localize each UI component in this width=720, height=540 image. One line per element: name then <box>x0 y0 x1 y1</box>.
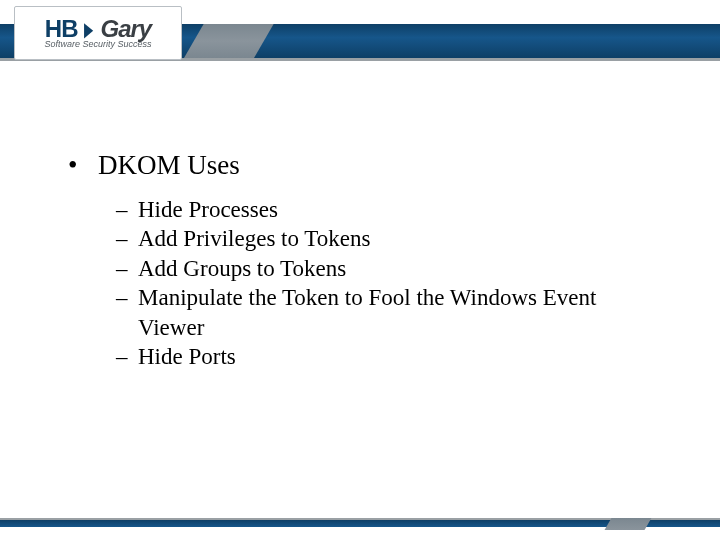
sub-bullet-list: – Hide Processes – Add Privileges to Tok… <box>116 195 660 372</box>
slide-footer <box>0 514 720 532</box>
chevron-right-icon: ▶ <box>84 19 93 39</box>
logo-gary: Gary <box>100 17 151 41</box>
dash-icon: – <box>116 283 138 342</box>
logo-hb: HB <box>45 17 78 41</box>
bullet-level-2: – Add Groups to Tokens <box>116 254 660 283</box>
footer-cap <box>605 518 652 530</box>
bullet-level-2: – Hide Processes <box>116 195 660 224</box>
sub-item-text: Add Privileges to Tokens <box>138 224 660 253</box>
bullet-level-2: – Manipulate the Token to Fool the Windo… <box>116 283 660 342</box>
sub-item-text: Hide Ports <box>138 342 660 371</box>
bullet-level-1: • DKOM Uses <box>68 150 660 181</box>
slide-body: • DKOM Uses – Hide Processes – Add Privi… <box>68 150 660 372</box>
bullet-dot-icon: • <box>68 150 98 181</box>
bullet-level-2: – Hide Ports <box>116 342 660 371</box>
sub-item-text: Hide Processes <box>138 195 660 224</box>
bullet-level-2: – Add Privileges to Tokens <box>116 224 660 253</box>
logo-tagline: Software Security Success <box>44 39 151 49</box>
slide: HB ▶ Gary Software Security Success • DK… <box>0 0 720 540</box>
dash-icon: – <box>116 195 138 224</box>
sub-item-text: Add Groups to Tokens <box>138 254 660 283</box>
heading-text: DKOM Uses <box>98 150 240 181</box>
logo-wordmark: HB ▶ Gary <box>45 17 151 41</box>
dash-icon: – <box>116 224 138 253</box>
dash-icon: – <box>116 254 138 283</box>
sub-item-text: Manipulate the Token to Fool the Windows… <box>138 283 660 342</box>
logo: HB ▶ Gary Software Security Success <box>14 6 182 60</box>
slide-header: HB ▶ Gary Software Security Success <box>0 0 720 72</box>
dash-icon: – <box>116 342 138 371</box>
